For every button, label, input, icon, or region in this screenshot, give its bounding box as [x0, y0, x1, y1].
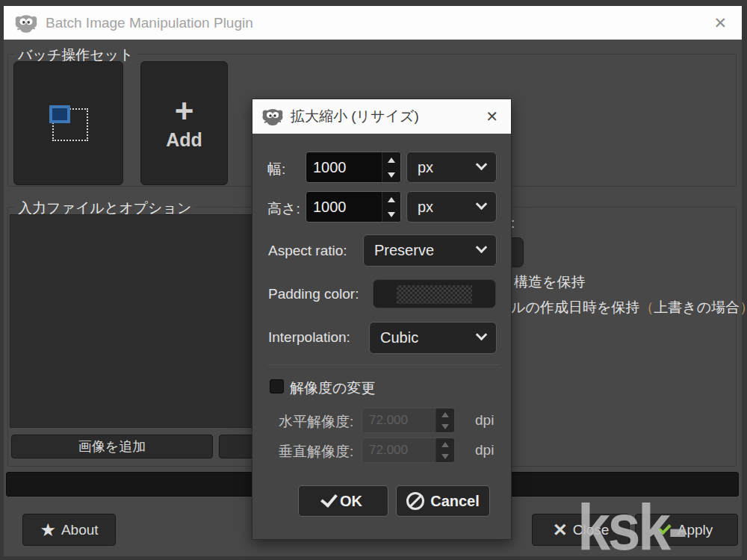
width-label: 幅:: [267, 160, 285, 179]
h-resolution-input: [362, 408, 436, 432]
ok-button[interactable]: OK: [298, 485, 388, 517]
window-close-icon[interactable]: ✕: [709, 14, 731, 32]
batch-step-resize-button[interactable]: [13, 61, 123, 185]
v-resolution-spinbox: [362, 438, 455, 463]
interpolation-label: Interpolation:: [268, 329, 350, 346]
height-spinbox: [306, 191, 401, 223]
chevron-down-icon: [476, 198, 488, 210]
window-titlebar: Batch Image Manipulation Plugin ✕: [4, 6, 742, 40]
padding-color-label: Padding color:: [268, 286, 359, 302]
height-unit-dropdown[interactable]: px: [406, 191, 497, 223]
width-input[interactable]: [306, 152, 382, 182]
padding-color-button[interactable]: [373, 279, 496, 308]
v-resolution-input: [362, 438, 436, 462]
h-res-spin-up-button: [436, 408, 454, 420]
resize-dialog: 拡大縮小 (リサイズ) ✕ 幅: px 高さ: px: [252, 99, 512, 540]
width-unit-dropdown[interactable]: px: [406, 152, 497, 183]
apply-button-label: Apply: [678, 522, 713, 538]
change-resolution-checkbox[interactable]: [270, 379, 284, 393]
h-resolution-spinbox: [362, 408, 455, 433]
about-button[interactable]: ★ About: [22, 514, 116, 546]
h-resolution-label: 水平解像度:: [279, 412, 353, 432]
gimp-wilber-icon: [261, 108, 284, 125]
width-spin-down-button[interactable]: [382, 167, 400, 182]
arrow-up-icon: [441, 412, 449, 417]
star-icon: ★: [40, 521, 56, 539]
height-spin-down-button[interactable]: [382, 207, 400, 222]
close-button[interactable]: ✕ Close: [532, 514, 630, 546]
gimp-wilber-icon: [14, 13, 38, 33]
dialog-title: 拡大縮小 (リサイズ): [291, 107, 419, 126]
v-res-spin-up-button: [436, 438, 454, 450]
bimp-window: Batch Image Manipulation Plugin ✕ バッチ操作セ…: [0, 0, 747, 560]
v-dpi-label: dpi: [475, 442, 494, 458]
cancel-button-label: Cancel: [430, 493, 480, 510]
height-label: 高さ:: [267, 199, 300, 219]
height-input[interactable]: [306, 192, 382, 222]
aspect-ratio-label: Aspect ratio:: [268, 243, 347, 259]
separator: [267, 364, 500, 365]
ok-check-icon: [320, 490, 338, 508]
transparency-checker-swatch: [397, 285, 472, 304]
chevron-down-icon: [476, 158, 488, 170]
add-images-button[interactable]: 画像を追加: [11, 435, 213, 458]
aspect-ratio-dropdown[interactable]: Preserve: [363, 234, 497, 267]
arrow-up-icon: [388, 197, 395, 202]
change-resolution-label: 解像度の変更: [290, 379, 375, 398]
width-spin-up-button[interactable]: [382, 152, 400, 167]
cancel-button[interactable]: Cancel: [396, 485, 490, 517]
arrow-down-icon: [388, 212, 395, 217]
arrow-down-icon: [388, 172, 395, 178]
close-button-label: Close: [573, 522, 610, 538]
keep-structure-label-fragment: 構造を保持: [514, 273, 585, 292]
interpolation-dropdown[interactable]: Cubic: [369, 322, 497, 354]
chevron-down-icon: [476, 241, 488, 253]
width-spinbox: [306, 152, 401, 183]
dialog-close-icon[interactable]: ✕: [482, 108, 502, 125]
h-res-spin-down-button: [436, 420, 454, 432]
window-title: Batch Image Manipulation Plugin: [46, 15, 253, 31]
h-dpi-label: dpi: [475, 412, 494, 429]
add-manipulation-button[interactable]: + Add: [140, 61, 228, 185]
apply-check-icon: [658, 522, 672, 535]
v-res-spin-down-button: [436, 450, 454, 462]
v-resolution-label: 垂直解像度:: [279, 442, 353, 461]
apply-button[interactable]: Apply: [635, 514, 738, 546]
arrow-down-icon: [441, 424, 449, 429]
resize-selection-icon: [49, 105, 88, 141]
cancel-prohibition-icon: [406, 492, 424, 510]
close-x-icon: ✕: [553, 521, 568, 539]
dialog-titlebar: 拡大縮小 (リサイズ) ✕: [252, 99, 511, 134]
plus-icon: +: [175, 96, 194, 126]
arrow-up-icon: [388, 158, 395, 163]
ok-button-label: OK: [340, 493, 362, 510]
add-button-label: Add: [166, 129, 202, 151]
arrow-up-icon: [441, 442, 449, 447]
height-spin-up-button[interactable]: [382, 192, 400, 207]
about-button-label: About: [61, 522, 99, 538]
keep-dates-label-fragment: ルの作成日時を保持（上書きの場合）: [511, 298, 747, 317]
chevron-down-icon: [476, 329, 488, 340]
arrow-down-icon: [441, 454, 449, 459]
